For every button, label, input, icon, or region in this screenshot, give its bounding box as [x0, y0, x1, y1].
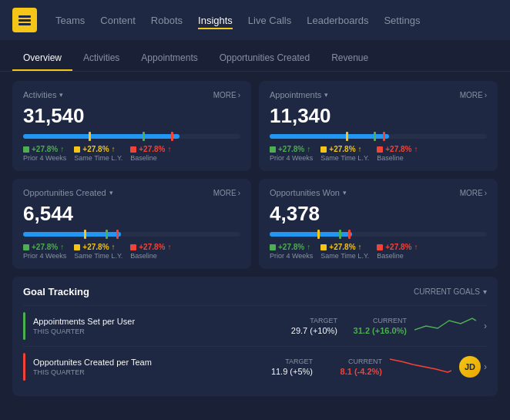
sub-nav-overview[interactable]: Overview [12, 48, 72, 71]
sub-nav: Overview Activities Appointments Opportu… [0, 40, 510, 72]
nav-item-content[interactable]: Content [100, 12, 136, 29]
appointments-badge-ly: +27.8% ↑ [320, 145, 369, 153]
appointments-stat-ly: +27.8% ↑ Same Time L.Y. [320, 145, 369, 162]
appointments-label-prior: Prior 4 Weeks [270, 154, 313, 162]
card-opp-created-more[interactable]: MORE › [213, 189, 240, 197]
sparkline-opportunities [390, 355, 451, 378]
opp-won-progress-track [270, 232, 487, 237]
card-activities-title-text: Activities [23, 90, 56, 99]
chevron-right-icon: › [238, 189, 240, 197]
appointments-progress-track [270, 134, 487, 139]
card-opp-created-header: Opportunities Created ▾ MORE › [23, 188, 240, 197]
card-opp-won-header: Opportunities Won ▾ MORE › [270, 188, 487, 197]
sub-nav-revenue[interactable]: Revenue [320, 48, 379, 71]
goal-row-appointments: Appointments Set per User This Quarter T… [23, 305, 487, 346]
goal-name-opportunities: Opportunites Created per Team [33, 358, 263, 367]
goal-current-label-appointments: CURRENT [345, 317, 407, 324]
goal-current-value-opportunities: 8.1 (-4.2%) [320, 367, 382, 376]
activities-marker-1 [89, 132, 91, 141]
goal-target-opportunities: TARGET 11.9 (+5%) [271, 358, 313, 376]
nav-item-teams[interactable]: Teams [55, 12, 85, 29]
nav-item-settings[interactable]: Settings [384, 12, 420, 29]
goal-indicator-appointments [23, 312, 25, 340]
sub-nav-activities[interactable]: Activities [72, 48, 130, 71]
chevron-down-icon: ▾ [324, 91, 328, 99]
metrics-grid: Activities ▾ MORE › 31,540 + [12, 81, 498, 269]
opp-won-label-baseline: Baseline [377, 252, 418, 260]
svg-rect-2 [18, 23, 31, 25]
chevron-right-icon: › [238, 91, 240, 99]
card-opp-won-more[interactable]: MORE › [460, 189, 487, 197]
green-dot-icon [23, 146, 29, 153]
goal-info-opportunities: Opportunites Created per Team This Quart… [33, 358, 263, 376]
activities-progress-fill [23, 134, 180, 139]
card-opp-created-title[interactable]: Opportunities Created ▾ [23, 188, 113, 197]
goal-indicator-opportunities [23, 353, 25, 381]
app-logo [12, 8, 37, 32]
opp-won-marker-3 [348, 230, 351, 239]
card-activities-title[interactable]: Activities ▾ [23, 90, 63, 99]
sub-nav-opportunities-created[interactable]: Opportunities Created [209, 48, 320, 71]
opp-created-marker-2 [106, 230, 108, 239]
yellow-dot-icon [74, 244, 80, 250]
goal-expand-opportunities[interactable]: › [484, 361, 487, 372]
card-opp-created-title-text: Opportunities Created [23, 188, 106, 197]
red-dot-icon [377, 146, 383, 153]
nav-item-insights[interactable]: Insights [198, 12, 233, 29]
opp-won-badge-prior: +27.8% ↑ [270, 243, 313, 251]
activities-stat-ly: +27.8% ↑ Same Time L.Y. [74, 145, 122, 162]
opp-created-badge-baseline: +27.8% ↑ [130, 243, 171, 251]
opp-won-stat-prior: +27.8% ↑ Prior 4 Weeks [270, 243, 313, 260]
card-activities-value: 31,540 [23, 104, 240, 128]
card-appointments-title[interactable]: Appointments ▾ [270, 90, 328, 99]
card-opp-won-title[interactable]: Opportunities Won ▾ [270, 188, 347, 197]
opp-created-stat-ly: +27.8% ↑ Same Time L.Y. [74, 243, 122, 260]
activities-stat-baseline: +27.8% ↑ Baseline [130, 145, 171, 162]
appointments-progress-fill [270, 134, 389, 139]
sub-nav-appointments[interactable]: Appointments [130, 48, 208, 71]
current-goals-button[interactable]: CURRENT GOALS ▾ [414, 287, 487, 296]
card-appointments-more[interactable]: MORE › [460, 91, 487, 99]
chevron-down-icon: ▾ [109, 189, 113, 197]
opp-won-label-prior: Prior 4 Weeks [270, 252, 313, 260]
card-activities-more[interactable]: MORE › [213, 91, 240, 99]
red-dot-icon [130, 244, 136, 250]
opp-won-stat-ly: +27.8% ↑ Same Time L.Y. [320, 243, 369, 260]
goal-name-appointments: Appointments Set per User [33, 317, 284, 326]
goal-info-appointments: Appointments Set per User This Quarter [33, 317, 284, 335]
opp-created-stat-baseline: +27.8% ↑ Baseline [130, 243, 171, 260]
card-activities: Activities ▾ MORE › 31,540 + [12, 81, 251, 171]
appointments-badge-baseline: +27.8% ↑ [377, 145, 418, 153]
card-opportunities-created: Opportunities Created ▾ MORE › 6,544 [12, 179, 251, 269]
green-dot-icon [270, 244, 276, 250]
avatar: JD [459, 356, 481, 378]
chevron-right-icon: › [485, 189, 487, 197]
activities-stats: +27.8% ↑ Prior 4 Weeks +27.8% ↑ Same Tim… [23, 145, 240, 162]
goal-target-label-appointments: TARGET [291, 317, 337, 324]
appointments-marker-1 [346, 132, 348, 141]
nav-item-robots[interactable]: Robots [151, 12, 183, 29]
activities-badge-baseline: +27.8% ↑ [130, 145, 171, 153]
opp-won-badge-baseline: +27.8% ↑ [377, 243, 418, 251]
main-content: Activities ▾ MORE › 31,540 + [0, 72, 510, 405]
opp-won-label-ly: Same Time L.Y. [320, 252, 369, 260]
opp-created-stats: +27.8% ↑ Prior 4 Weeks +27.8% ↑ Same Tim… [23, 243, 240, 260]
nav-item-leaderboards[interactable]: Leaderboards [307, 12, 368, 29]
opp-created-badge-ly: +27.8% ↑ [74, 243, 122, 251]
goal-period-opportunities: This Quarter [33, 368, 263, 376]
goal-row-opportunities: Opportunites Created per Team This Quart… [23, 346, 487, 387]
chevron-down-icon: ▾ [59, 91, 63, 99]
card-appointments-title-text: Appointments [270, 90, 321, 99]
goal-tracking-header: Goal Tracking CURRENT GOALS ▾ [23, 286, 487, 297]
yellow-dot-icon [320, 244, 327, 250]
nav-item-live-calls[interactable]: Live Calls [248, 12, 291, 29]
goal-current-value-appointments: 31.2 (+16.0%) [345, 326, 407, 335]
main-nav: Teams Content Robots Insights Live Calls… [55, 12, 420, 29]
opp-created-stat-prior: +27.8% ↑ Prior 4 Weeks [23, 243, 66, 260]
opp-created-marker-1 [84, 230, 86, 239]
appointments-stat-prior: +27.8% ↑ Prior 4 Weeks [270, 145, 313, 162]
goal-tracking-section: Goal Tracking CURRENT GOALS ▾ Appointmen… [12, 277, 498, 396]
activities-label-baseline: Baseline [130, 154, 171, 162]
card-appointments-header: Appointments ▾ MORE › [270, 90, 487, 99]
goal-expand-appointments[interactable]: › [484, 321, 487, 331]
